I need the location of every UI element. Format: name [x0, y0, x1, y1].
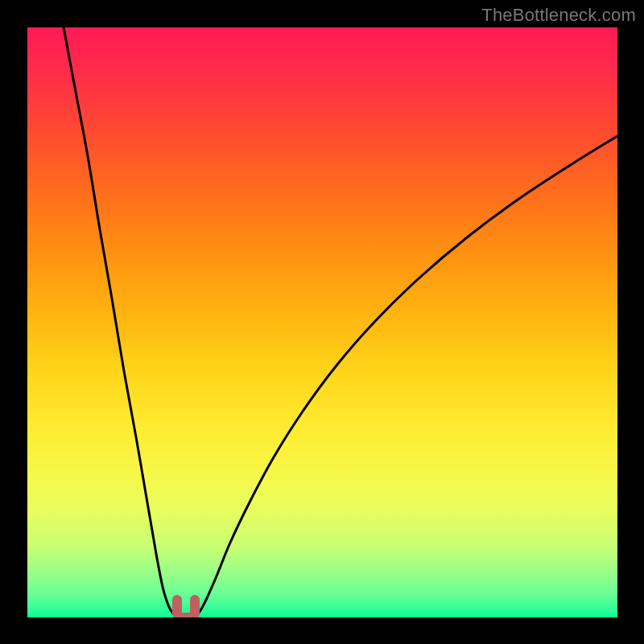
left-curve: [64, 27, 177, 617]
bottleneck-u-marker: [177, 600, 195, 617]
right-curve: [195, 136, 617, 617]
curve-layer: [27, 27, 617, 617]
plot-area: [27, 27, 617, 617]
chart-frame: TheBottleneck.com: [0, 0, 644, 644]
watermark-text: TheBottleneck.com: [481, 5, 636, 26]
